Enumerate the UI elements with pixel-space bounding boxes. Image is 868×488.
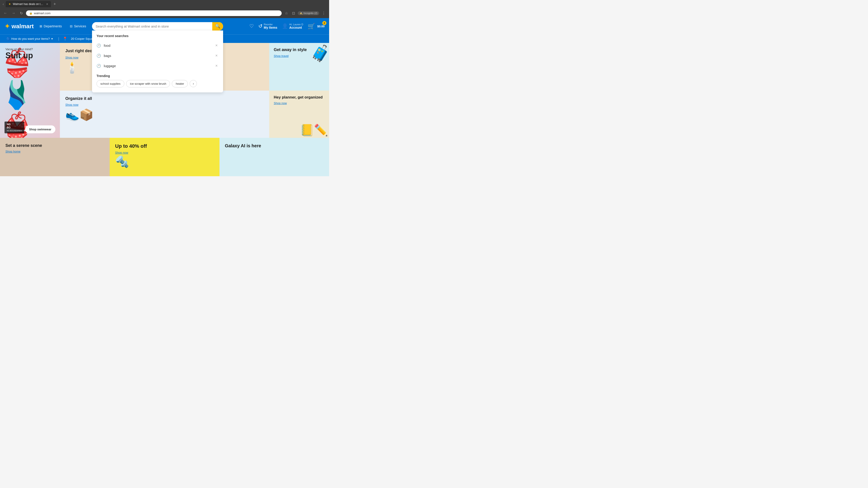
notebook-icon: 📒✏️ (300, 124, 328, 137)
cart-price: $0.00 (317, 25, 324, 28)
departments-button[interactable]: ⊞ Departments (37, 23, 64, 29)
recent-search-luggage[interactable]: 🕐 luggage × (92, 61, 223, 71)
sale-shop-link[interactable]: Shop now (115, 151, 214, 154)
nav-separator: | (58, 37, 59, 41)
account-icon: 👤 (282, 23, 288, 29)
tab-scroll-left[interactable]: ‹ (2, 1, 5, 7)
services-button[interactable]: ⊟ Services (68, 23, 88, 29)
wishlist-button[interactable]: ♡ (249, 23, 254, 29)
search-icon: 🔍 (215, 24, 220, 29)
address-bar[interactable]: 🔒 walmart.com (26, 10, 282, 16)
search-button[interactable]: 🔍 (212, 22, 223, 31)
recent-search-icon-2: 🕐 (96, 54, 101, 58)
walmart-spark-icon: ✦ (4, 23, 10, 30)
clear-bags-button[interactable]: × (215, 53, 219, 59)
sale-title: Up to 40% off (115, 143, 214, 149)
walmart-header: ✦ walmart ⊞ Departments ⊟ Services 🔍 You… (0, 18, 329, 34)
recent-search-food[interactable]: 🕐 food × (92, 40, 223, 51)
forward-button[interactable]: → (10, 10, 17, 16)
bottom-promo-row: Set a serene scene Shop home Up to 40% o… (0, 138, 329, 176)
address-text: walmart.com (34, 11, 51, 15)
nav-bar: ← → ↻ 🔒 walmart.com ☆ ⊡ 🕵 Incognito (2) … (0, 8, 329, 18)
more-options-button[interactable]: ⋮ (320, 10, 327, 16)
trending-section: Trending school supplies ice scraper wit… (92, 71, 223, 91)
incognito-badge[interactable]: 🕵 Incognito (2) (298, 11, 319, 15)
reorder-my-items[interactable]: ↺ Reorder My Items (258, 23, 277, 29)
walmart-logo[interactable]: ✦ walmart (4, 23, 34, 30)
suitcase-icon: 🧳 (311, 44, 329, 63)
recent-search-icon: 🕐 (96, 43, 101, 48)
serene-shop-link[interactable]: Shop home (5, 150, 104, 153)
recent-search-food-text: food (104, 43, 212, 47)
organize-title: Organize it all (65, 96, 264, 101)
serene-title: Set a serene scene (5, 143, 104, 148)
delivery-icon: 🔵 (6, 37, 10, 40)
serene-card[interactable]: Set a serene scene Shop home (0, 138, 110, 176)
search-container: 🔍 Your recent searches 🕐 food × 🕐 bags ×… (92, 22, 223, 31)
reorder-icon: ↺ (258, 23, 262, 29)
shoe-rack-icon: 👟📦 (65, 108, 264, 121)
organize-card[interactable]: Organize it all Shop now 👟📦 (60, 91, 269, 138)
departments-label: Departments (43, 24, 62, 28)
new-tab-button[interactable]: + (52, 2, 58, 6)
recent-searches-title: Your recent searches (92, 34, 223, 40)
trending-chip-heater[interactable]: heater (172, 80, 188, 88)
clear-luggage-button[interactable]: × (215, 63, 219, 69)
drain-icon: 🔩 (115, 155, 214, 168)
galaxy-title: Galaxy AI is here (225, 143, 324, 149)
planner-card[interactable]: Hey planner, get organized Shop now 📒✏️ (269, 91, 329, 138)
services-grid-icon: ⊟ (70, 24, 72, 28)
suit-promo-text: Vacay on your mind? Suit up (5, 47, 33, 60)
planner-shop-link[interactable]: Shop now (274, 101, 324, 105)
bookmark-button[interactable]: ☆ (283, 10, 289, 16)
account-button[interactable]: 👤 Hi, Lauren D Account (282, 23, 303, 29)
nobo-logo: NOBONO BOUNDARIES (4, 122, 24, 133)
active-tab[interactable]: ✦ Walmart has deals on the most... × (6, 1, 51, 7)
cart-button[interactable]: 🛒 0 $0.00 (308, 23, 324, 30)
get-away-card[interactable]: Get away in style Shop travel 🧳 (269, 43, 329, 91)
hi-label: Hi, Lauren D (289, 23, 303, 26)
back-button[interactable]: ← (2, 10, 8, 16)
clear-food-button[interactable]: × (215, 43, 219, 48)
recent-search-bags[interactable]: 🕐 bags × (92, 51, 223, 61)
delivery-label: How do you want your items? (11, 37, 50, 40)
sale-card[interactable]: Up to 40% off Shop now 🔩 (110, 138, 219, 176)
heart-icon: ♡ (249, 23, 254, 29)
cart-badge: 0 (322, 21, 327, 25)
departments-grid-icon: ⊞ (39, 24, 42, 28)
planner-title: Hey planner, get organized (274, 95, 324, 100)
account-label: Account (289, 26, 303, 29)
nav-actions: ☆ ⊡ 🕵 Incognito (2) ⋮ (283, 10, 327, 16)
delivery-options-button[interactable]: 🔵 How do you want your items? ▾ (4, 36, 55, 41)
search-input[interactable] (92, 22, 223, 31)
tab-title: Walmart has deals on the most... (13, 2, 44, 6)
incognito-label: Incognito (2) (304, 12, 317, 14)
location-pin-icon: 📍 (63, 37, 67, 41)
delivery-chevron-icon: ▾ (51, 37, 53, 40)
swimwear-promo-card[interactable]: Vacay on your mind? Suit up 👙🩱👙 NOBONO B… (0, 43, 60, 138)
organize-shop-link[interactable]: Shop now (65, 103, 264, 106)
services-label: Services (74, 24, 86, 28)
suit-title: Suit up (5, 51, 33, 60)
trending-chip-ice-scraper[interactable]: ice scraper with snow brush (126, 80, 170, 88)
walmart-logo-text: walmart (11, 23, 34, 30)
incognito-icon: 🕵 (300, 12, 303, 15)
search-dropdown: Your recent searches 🕐 food × 🕐 bags × 🕐… (92, 31, 223, 92)
shop-swimwear-button[interactable]: Shop swimwear (25, 125, 55, 133)
trending-next-button[interactable]: › (190, 80, 197, 87)
tab-close-button[interactable]: × (46, 2, 48, 6)
suit-label: Vacay on your mind? (5, 47, 33, 51)
split-view-button[interactable]: ⊡ (291, 10, 296, 16)
lock-icon: 🔒 (29, 11, 33, 15)
recent-search-icon-3: 🕐 (96, 64, 101, 68)
refresh-button[interactable]: ↻ (19, 10, 24, 16)
recent-search-luggage-text: luggage (104, 64, 212, 68)
galaxy-card[interactable]: Galaxy AI is here (219, 138, 329, 176)
trending-chips: school supplies ice scraper with snow br… (96, 80, 219, 88)
my-items-label: My Items (264, 26, 277, 29)
cart-icon: 🛒 (308, 23, 315, 30)
trending-chip-school-supplies[interactable]: school supplies (96, 80, 124, 88)
tab-bar: ‹ ✦ Walmart has deals on the most... × + (0, 0, 329, 8)
tab-favicon: ✦ (8, 2, 11, 6)
browser-chrome: ‹ ✦ Walmart has deals on the most... × +… (0, 0, 329, 18)
